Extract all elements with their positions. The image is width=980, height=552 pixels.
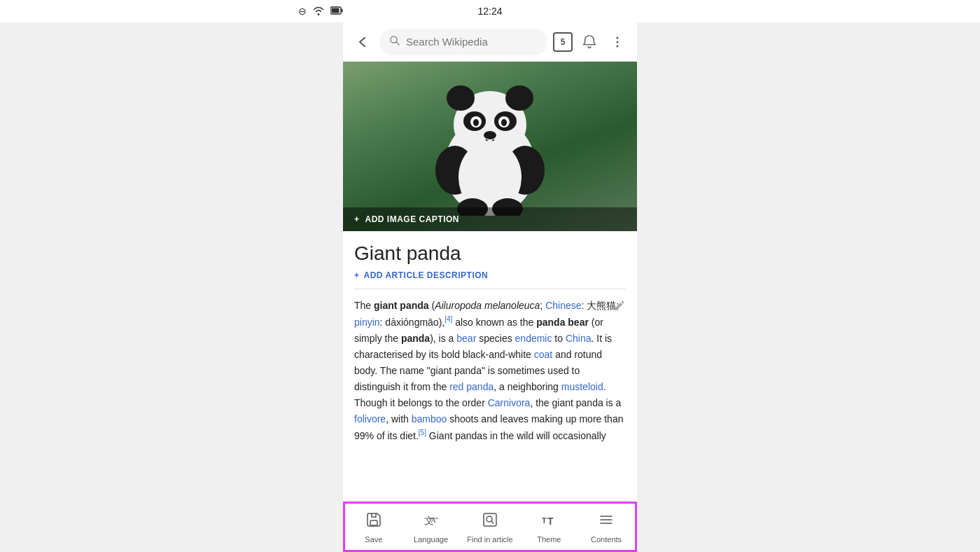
panda-svg (413, 69, 567, 216)
link-endemic[interactable]: endemic (515, 333, 552, 344)
link-musteloid[interactable]: musteloid (561, 381, 603, 392)
find-label: Find in article (467, 535, 512, 544)
phone-frame: 5 (343, 22, 637, 552)
svg-rect-24 (370, 520, 377, 525)
search-icon (389, 35, 400, 49)
ref-4[interactable]: [4] (444, 315, 452, 323)
svg-line-4 (396, 42, 399, 45)
svg-text:T: T (547, 516, 554, 527)
article-title: Giant panda (354, 242, 626, 265)
svg-text:A: A (430, 516, 436, 524)
article-image: + ADD IMAGE CAPTION (343, 62, 637, 231)
nav-item-find[interactable]: Find in article (467, 511, 512, 544)
link-folivore[interactable]: folivore (354, 413, 386, 425)
svg-point-5 (617, 36, 619, 39)
svg-rect-28 (484, 513, 496, 526)
bottom-nav: Save 文 A Language (343, 502, 637, 552)
save-label: Save (365, 535, 382, 544)
status-time: 12:24 (477, 6, 502, 17)
find-icon (482, 511, 498, 532)
top-bar: 5 (343, 22, 637, 62)
dnd-icon: ⊖ (298, 6, 307, 17)
add-description-plus: + (354, 270, 360, 280)
battery-icon (330, 5, 343, 18)
search-bar[interactable] (379, 29, 547, 55)
ref-5[interactable]: [5] (419, 429, 426, 436)
svg-point-18 (484, 131, 496, 139)
status-icons: ⊖ (298, 5, 343, 18)
link-carnivora[interactable]: Carnivora (488, 397, 531, 408)
plus-icon: + (354, 214, 360, 224)
add-description-button[interactable]: + ADD ARTICLE DESCRIPTION (354, 270, 626, 280)
svg-text:T: T (542, 516, 547, 525)
contents-icon (598, 511, 615, 532)
section-divider (354, 289, 626, 289)
svg-rect-1 (342, 9, 343, 13)
link-china[interactable]: China (566, 333, 592, 344)
add-description-label: ADD ARTICLE DESCRIPTION (364, 270, 489, 280)
edit-pencil-icon[interactable] (613, 299, 626, 315)
wifi-icon (312, 6, 325, 18)
theme-label: Theme (537, 535, 561, 544)
tab-badge[interactable]: 5 (553, 32, 573, 52)
svg-point-10 (447, 85, 475, 111)
language-label: Language (414, 535, 448, 544)
contents-label: Contents (591, 535, 622, 544)
svg-point-16 (473, 119, 479, 126)
article-content: Giant panda + ADD ARTICLE DESCRIPTION Th… (343, 231, 637, 502)
article-section-intro: The giant panda (Ailuropoda melanoleuca;… (354, 298, 626, 444)
language-icon: 文 A (423, 511, 440, 532)
svg-point-6 (617, 41, 619, 43)
link-bamboo[interactable]: bamboo (412, 413, 447, 425)
link-red-panda[interactable]: red panda (449, 381, 493, 392)
nav-item-save[interactable]: Save (353, 511, 395, 544)
link-coat[interactable]: coat (534, 349, 552, 360)
svg-rect-2 (332, 8, 340, 13)
theme-icon: T T (540, 511, 557, 532)
svg-point-7 (617, 45, 619, 47)
nav-item-language[interactable]: 文 A Language (410, 511, 452, 544)
svg-point-17 (501, 119, 507, 126)
image-caption-button[interactable]: + ADD IMAGE CAPTION (343, 207, 637, 231)
svg-line-30 (491, 521, 493, 523)
svg-point-11 (505, 85, 533, 111)
back-button[interactable] (351, 31, 374, 53)
caption-label: ADD IMAGE CAPTION (365, 214, 460, 224)
search-input[interactable] (406, 36, 538, 48)
save-icon (365, 511, 382, 532)
link-bear[interactable]: bear (456, 333, 476, 344)
link-pinyin[interactable]: pinyin (354, 317, 380, 328)
status-bar: 12:24 ⊖ (343, 0, 637, 22)
nav-item-theme[interactable]: T T Theme (528, 511, 570, 544)
nav-item-contents[interactable]: Contents (585, 511, 627, 544)
link-chinese[interactable]: Chinese (545, 300, 581, 311)
article-intro-text: The giant panda (Ailuropoda melanoleuca;… (354, 298, 626, 444)
bell-button[interactable] (578, 31, 601, 53)
more-button[interactable] (606, 31, 629, 53)
